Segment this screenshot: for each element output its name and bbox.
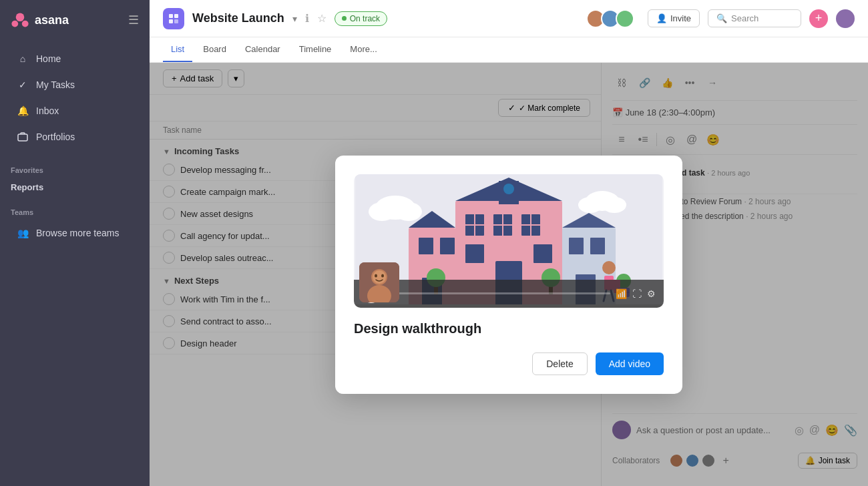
project-title: Website Launch: [192, 11, 284, 25]
svg-point-1: [11, 21, 18, 27]
delete-button[interactable]: Delete: [532, 352, 587, 375]
main-content: Website Launch ▾ ℹ ☆ On track 👤 Invite 🔍…: [150, 0, 868, 486]
teams-icon: 👥: [16, 226, 29, 240]
video-progress-bar[interactable]: [386, 292, 610, 294]
svg-point-2: [22, 21, 29, 27]
svg-rect-39: [590, 238, 605, 254]
project-tabs: List Board Calendar Timeline More...: [150, 37, 868, 63]
sidebar-item-my-tasks[interactable]: ✓ My Tasks: [5, 72, 144, 97]
svg-point-59: [375, 274, 377, 277]
user-avatar[interactable]: [836, 9, 855, 28]
search-icon: 🔍: [716, 13, 727, 23]
sidebar-item-portfolios[interactable]: Portfolios: [5, 124, 144, 150]
browse-teams-label: Browse more teams: [36, 228, 119, 238]
info-icon[interactable]: ℹ: [305, 12, 309, 25]
svg-point-60: [381, 274, 384, 277]
star-icon[interactable]: ☆: [317, 12, 327, 25]
person-icon: 👤: [656, 13, 667, 23]
sidebar-item-label: Home: [36, 53, 61, 64]
sidebar-item-browse-teams[interactable]: 👥 Browse more teams: [5, 220, 144, 246]
sidebar: asana ☰ ⌂ Home ✓ My Tasks 🔔 Inbox Portfo…: [0, 0, 150, 486]
avatar-group: [586, 9, 634, 28]
svg-rect-5: [174, 14, 178, 18]
add-video-button[interactable]: Add video: [596, 352, 664, 375]
invite-button[interactable]: 👤 Invite: [648, 9, 700, 27]
sidebar-nav: ⌂ Home ✓ My Tasks 🔔 Inbox Portfolios: [0, 40, 150, 156]
home-icon: ⌂: [16, 52, 29, 65]
svg-point-47: [602, 261, 616, 274]
tab-more[interactable]: More...: [342, 37, 385, 62]
status-dot: [342, 16, 347, 21]
portfolio-icon: [16, 130, 29, 144]
svg-rect-30: [533, 244, 552, 263]
search-box[interactable]: 🔍 Search: [708, 9, 801, 27]
svg-rect-29: [465, 244, 484, 263]
asana-logo-text: asana: [35, 13, 69, 27]
sidebar-item-label: Inbox: [36, 105, 59, 116]
tab-timeline[interactable]: Timeline: [291, 37, 340, 62]
settings-icon[interactable]: ⚙: [647, 288, 656, 299]
svg-rect-6: [169, 19, 173, 23]
fullscreen-icon[interactable]: ⛶: [632, 288, 642, 299]
reports-section-label[interactable]: Reports: [0, 177, 150, 198]
video-thumbnail-avatar: [359, 262, 399, 302]
sidebar-item-label: My Tasks: [36, 79, 75, 90]
invite-label: Invite: [670, 13, 691, 23]
svg-rect-38: [569, 238, 584, 254]
search-placeholder: Search: [731, 13, 758, 23]
avatar: [616, 9, 634, 28]
svg-rect-4: [169, 14, 173, 18]
check-icon: ✓: [16, 78, 29, 91]
tab-calendar[interactable]: Calendar: [237, 37, 288, 62]
status-badge[interactable]: On track: [335, 11, 387, 26]
tab-board[interactable]: Board: [195, 37, 234, 62]
project-title-dropdown-icon[interactable]: ▾: [292, 13, 297, 24]
sidebar-header: asana ☰: [0, 0, 150, 40]
svg-point-58: [373, 270, 386, 284]
modal-title: Design walkthrough: [354, 321, 664, 336]
sidebar-item-home[interactable]: ⌂ Home: [5, 46, 144, 71]
add-button[interactable]: +: [809, 9, 828, 28]
svg-point-14: [602, 197, 626, 213]
svg-rect-3: [18, 134, 27, 141]
modal-actions: Delete Add video: [354, 352, 664, 375]
asana-logo-icon: [11, 11, 29, 29]
status-label: On track: [350, 14, 380, 23]
sidebar-item-inbox[interactable]: 🔔 Inbox: [5, 98, 144, 124]
svg-point-0: [16, 13, 25, 22]
topbar: Website Launch ▾ ℹ ☆ On track 👤 Invite 🔍…: [150, 0, 868, 37]
svg-rect-33: [419, 238, 433, 254]
tab-list[interactable]: List: [163, 37, 192, 62]
svg-point-13: [578, 197, 602, 213]
project-icon: [163, 8, 184, 29]
svg-point-10: [369, 202, 395, 221]
modal-illustration: 📶 ⛶ ⚙: [354, 174, 664, 308]
favorites-label: Favorites: [0, 156, 150, 177]
modal-overlay[interactable]: 📶 ⛶ ⚙: [150, 63, 868, 486]
bell-icon: 🔔: [16, 104, 29, 117]
svg-rect-7: [174, 19, 178, 23]
video-modal: 📶 ⛶ ⚙: [335, 156, 682, 394]
volume-icon[interactable]: 📶: [616, 288, 627, 299]
sidebar-item-label: Portfolios: [36, 132, 75, 142]
svg-point-11: [395, 202, 422, 221]
asana-logo: asana: [11, 11, 69, 29]
svg-rect-34: [440, 238, 455, 254]
teams-label: Teams: [0, 198, 150, 219]
hamburger-icon[interactable]: ☰: [128, 13, 139, 27]
svg-point-18: [503, 184, 514, 194]
video-controls-bar: 📶 ⛶ ⚙: [354, 280, 664, 308]
